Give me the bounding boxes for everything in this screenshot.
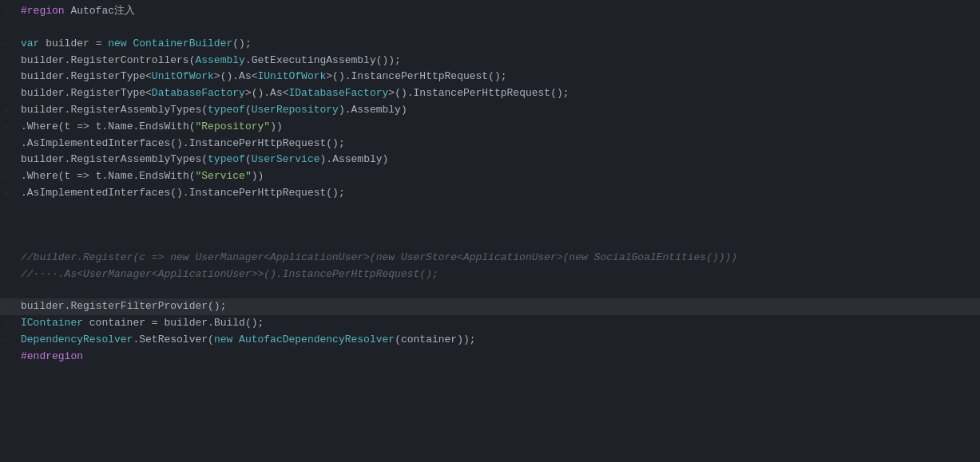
- line-content: builder.RegisterAssemblyTypes(typeof(Use…: [21, 102, 407, 119]
- code-line: · builder.RegisterFilterProvider();: [0, 298, 980, 315]
- code-line: · .Where(t => t.Name.EndsWith("Repositor…: [0, 119, 980, 136]
- code-editor[interactable]: · #region Autofac注入 · var builder = new …: [0, 0, 980, 462]
- line-content: .AsImplementedInterfaces().InstancePerHt…: [21, 136, 345, 152]
- line-gutter: ·: [3, 104, 16, 118]
- code-line: · builder.RegisterType<UnitOfWork>().As<…: [0, 69, 980, 85]
- line-gutter: ·: [3, 300, 16, 314]
- line-content: .Where(t => t.Name.EndsWith("Service")): [21, 168, 264, 185]
- line-content: builder.RegisterType<UnitOfWork>().As<IU…: [21, 69, 507, 85]
- code-line: · builder.RegisterControllers(Assembly.G…: [0, 53, 980, 69]
- code-line: · //····.As<UserManager<ApplicationUser>…: [0, 267, 980, 283]
- line-gutter: ·: [3, 137, 16, 152]
- code-line: · .AsImplementedInterfaces().InstancePer…: [0, 136, 980, 152]
- line-gutter: ·: [3, 153, 16, 168]
- line-content: //····.As<UserManager<ApplicationUser>>(…: [21, 267, 438, 283]
- code-line: [0, 202, 980, 218]
- line-content: builder.RegisterFilterProvider();: [21, 298, 226, 315]
- line-gutter: ·: [3, 350, 16, 365]
- line-content: IContainer container = builder.Build();: [21, 315, 264, 332]
- line-gutter: ·: [3, 70, 16, 85]
- code-line: · .AsImplementedInterfaces().InstancePer…: [0, 185, 980, 202]
- code-line: · builder.RegisterAssemblyTypes(typeof(U…: [0, 152, 980, 168]
- line-content: builder.RegisterControllers(Assembly.Get…: [21, 53, 401, 69]
- line-gutter: ·: [3, 87, 16, 101]
- code-line: · builder.RegisterAssemblyTypes(typeof(U…: [0, 102, 980, 119]
- code-line: · .Where(t => t.Name.EndsWith("Service")…: [0, 168, 980, 185]
- line-content: builder.RegisterAssemblyTypes(typeof(Use…: [21, 152, 388, 168]
- code-line: · //builder.Register(c => new UserManage…: [0, 250, 980, 267]
- line-content: #region Autofac注入: [21, 3, 135, 20]
- code-line: · builder.RegisterType<DatabaseFactory>(…: [0, 85, 980, 102]
- line-gutter: ·: [3, 5, 16, 19]
- line-content: builder.RegisterType<DatabaseFactory>().…: [21, 85, 569, 102]
- code-line: · #region Autofac注入: [0, 3, 980, 20]
- code-line: · DependencyResolver.SetResolver(new Aut…: [0, 332, 980, 349]
- line-gutter: ·: [3, 187, 16, 201]
- code-line: [0, 20, 980, 36]
- line-gutter: ·: [3, 120, 16, 135]
- line-content: .AsImplementedInterfaces().InstancePerHt…: [21, 185, 345, 202]
- code-line: [0, 218, 980, 234]
- line-gutter: ·: [3, 317, 16, 331]
- line-gutter: ·: [3, 38, 16, 52]
- code-line: [0, 234, 980, 250]
- line-content: .Where(t => t.Name.EndsWith("Repository"…: [21, 119, 283, 136]
- line-gutter: ·: [3, 54, 16, 69]
- code-line: · IContainer container = builder.Build()…: [0, 315, 980, 332]
- line-content: #endregion: [21, 349, 83, 365]
- line-content: //builder.Register(c => new UserManager<…: [21, 250, 737, 267]
- line-content: var builder = new ContainerBuilder();: [21, 36, 252, 53]
- line-gutter: ·: [3, 251, 16, 266]
- code-line: · #endregion: [0, 349, 980, 365]
- line-content: DependencyResolver.SetResolver(new Autof…: [21, 332, 476, 349]
- code-line: · var builder = new ContainerBuilder();: [0, 36, 980, 53]
- line-gutter: ·: [3, 170, 16, 184]
- line-gutter: ·: [3, 268, 16, 282]
- line-gutter: ·: [3, 334, 16, 348]
- code-line: [0, 282, 980, 298]
